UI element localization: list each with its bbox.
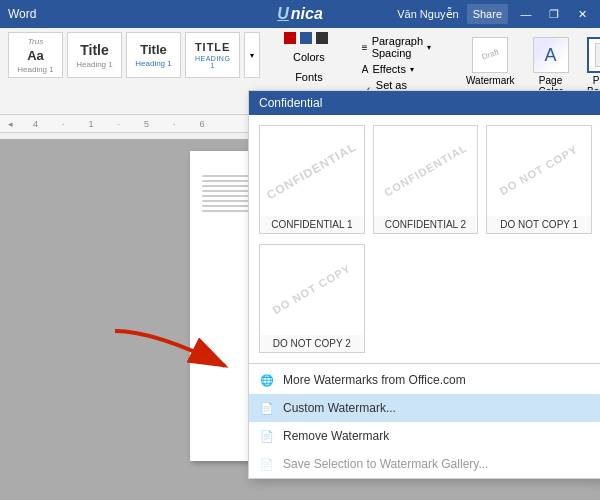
color-squares xyxy=(284,32,334,44)
effects-arrow: ▾ xyxy=(410,65,414,74)
watermark-text-donotcopy2: DO NOT COPY xyxy=(270,262,353,317)
watermark-preview-confidential1: CONFIDENTIAL xyxy=(260,126,364,216)
title-bar: Word U nica Văn Nguyễn Share — ❐ ✕ xyxy=(0,0,600,28)
colors-fonts-group: Colors Fonts xyxy=(284,32,334,86)
more-watermarks-icon: 🌐 xyxy=(259,372,275,388)
watermark-text-donotcopy1: DO NOT COPY xyxy=(498,143,581,198)
remove-watermark-item[interactable]: 📄 Remove Watermark xyxy=(249,422,600,450)
style-item-normal[interactable]: Trus Aa Heading 1 xyxy=(8,32,63,78)
watermark-grid-row2: DO NOT COPY DO NOT COPY 2 xyxy=(249,244,600,361)
custom-watermark-item[interactable]: 📄 Custom Watermark... xyxy=(249,394,600,422)
paragraph-spacing-arrow: ▾ xyxy=(427,43,431,52)
remove-watermark-label: Remove Watermark xyxy=(283,429,389,443)
share-button[interactable]: Share xyxy=(467,4,508,24)
color-blue xyxy=(300,32,312,44)
watermark-confidential2[interactable]: CONFIDENTIAL CONFIDENTIAL 2 xyxy=(373,125,479,234)
watermark-preview-confidential2: CONFIDENTIAL xyxy=(374,126,478,216)
dropdown-header: Confidential xyxy=(249,91,600,115)
watermark-label: Watermark xyxy=(466,75,515,86)
app-logo: Word xyxy=(8,7,36,21)
watermark-preview-donotcopy1: DO NOT COPY xyxy=(487,126,591,216)
watermark-grid-row1: CONFIDENTIAL CONFIDENTIAL 1 CONFIDENTIAL… xyxy=(249,115,600,244)
paragraph-spacing-label: Paragraph Spacing xyxy=(372,35,423,59)
watermark-preview-donotcopy2: DO NOT COPY xyxy=(260,245,364,335)
fonts-button[interactable]: Fonts xyxy=(284,68,334,86)
custom-watermark-label: Custom Watermark... xyxy=(283,401,396,415)
restore-button[interactable]: ❐ xyxy=(544,4,564,24)
dropdown-title: Confidential xyxy=(259,96,322,110)
save-selection-label: Save Selection to Watermark Gallery... xyxy=(283,457,488,471)
style-more-button[interactable]: ▾ xyxy=(244,32,260,78)
unica-logo: U nica xyxy=(277,5,323,23)
effects-icon: A xyxy=(362,64,369,75)
watermark-label-confidential2: CONFIDENTIAL 2 xyxy=(383,216,468,233)
watermark-label-donotcopy2: DO NOT COPY 2 xyxy=(271,335,353,352)
page-color-icon: A xyxy=(533,37,569,73)
more-watermarks-label: More Watermarks from Office.com xyxy=(283,373,466,387)
remove-watermark-icon: 📄 xyxy=(259,428,275,444)
style-item-title2[interactable]: Title Heading 1 xyxy=(126,32,181,78)
menu-separator-1 xyxy=(249,363,600,364)
style-gallery: Trus Aa Heading 1 Title Heading 1 Title … xyxy=(8,32,260,78)
close-button[interactable]: ✕ xyxy=(572,4,592,24)
watermark-icon: Draft xyxy=(472,37,508,73)
paragraph-spacing-icon: ≡ xyxy=(362,42,368,53)
main-area: Confidential CONFIDENTIAL CONFIDENTIAL 1… xyxy=(0,139,600,500)
effects-label: Effects xyxy=(372,63,405,75)
user-name: Văn Nguyễn xyxy=(397,8,458,21)
watermark-dropdown: Confidential CONFIDENTIAL CONFIDENTIAL 1… xyxy=(248,90,600,479)
watermark-confidential1[interactable]: CONFIDENTIAL CONFIDENTIAL 1 xyxy=(259,125,365,234)
custom-watermark-icon: 📄 xyxy=(259,400,275,416)
colors-button[interactable]: Colors xyxy=(284,48,334,66)
color-red xyxy=(284,32,296,44)
watermark-label-confidential1: CONFIDENTIAL 1 xyxy=(269,216,354,233)
save-selection-item: 📄 Save Selection to Watermark Gallery... xyxy=(249,450,600,478)
watermark-label-donotcopy1: DO NOT COPY 1 xyxy=(498,216,580,233)
style-item-title[interactable]: Title Heading 1 xyxy=(67,32,122,78)
effects-item[interactable]: A Effects ▾ xyxy=(358,62,435,76)
user-area: Văn Nguyễn Share — ❐ ✕ xyxy=(397,4,592,24)
save-selection-icon: 📄 xyxy=(259,456,275,472)
more-watermarks-item[interactable]: 🌐 More Watermarks from Office.com xyxy=(249,366,600,394)
watermark-donotcopy2[interactable]: DO NOT COPY DO NOT COPY 2 xyxy=(259,244,365,353)
ruler-marks: 4 · 1 · 5 · 6 xyxy=(33,119,205,129)
minimize-button[interactable]: — xyxy=(516,4,536,24)
watermark-donotcopy1[interactable]: DO NOT COPY DO NOT COPY 1 xyxy=(486,125,592,234)
watermark-text-confidential2: CONFIDENTIAL xyxy=(382,142,470,200)
app-name: Word xyxy=(8,7,36,21)
page-borders-icon xyxy=(587,37,600,73)
style-item-heading[interactable]: TITLE HEADING 1 xyxy=(185,32,240,78)
color-dark xyxy=(316,32,328,44)
paragraph-spacing-item[interactable]: ≡ Paragraph Spacing ▾ xyxy=(358,34,435,60)
watermark-text-confidential1: CONFIDENTIAL xyxy=(264,139,359,202)
